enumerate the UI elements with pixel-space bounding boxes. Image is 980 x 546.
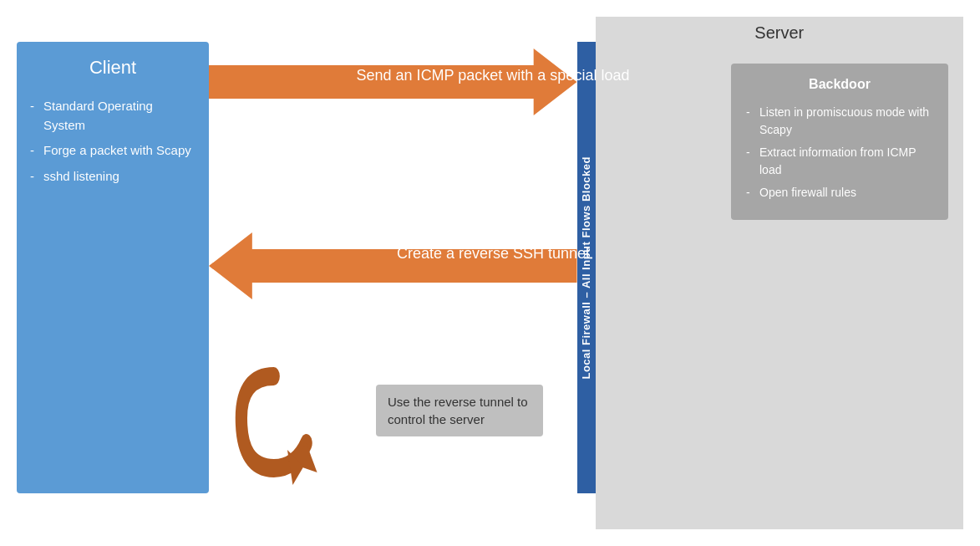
diagram-container: Client Standard Operating System Forge a… (0, 0, 980, 546)
svg-marker-1 (209, 232, 577, 299)
server-area: Server Backdoor Listen in promiscuous mo… (596, 17, 964, 529)
loop-label-line2: control the server (388, 412, 485, 426)
svg-marker-3 (287, 450, 303, 485)
client-list-item-1: Standard Operating System (30, 97, 195, 135)
svg-marker-2 (292, 443, 317, 472)
middle-area: Send an ICMP packet with a special load … (209, 42, 577, 493)
client-box: Client Standard Operating System Forge a… (17, 42, 209, 493)
client-list-item-3: sshd listening (30, 167, 195, 186)
server-title: Server (596, 17, 964, 42)
backdoor-box: Backdoor Listen in promiscuous mode with… (731, 64, 948, 220)
backdoor-title: Backdoor (746, 77, 933, 92)
firewall-label: Local Firewall – All Input Flows Blocked (580, 156, 592, 380)
svg-marker-0 (209, 48, 577, 115)
backdoor-list-item-1: Listen in promiscuous mode with Scapy (746, 104, 933, 139)
loop-label-line1: Use the reverse tunnel to (388, 395, 528, 409)
backdoor-list-item-3: Open firewall rules (746, 184, 933, 202)
client-title: Client (30, 57, 195, 79)
client-list: Standard Operating System Forge a packet… (30, 97, 195, 186)
client-list-item-2: Forge a packet with Scapy (30, 141, 195, 161)
loop-text-box: Use the reverse tunnel to control the se… (376, 385, 543, 436)
backdoor-list-item-2: Extract information from ICMP load (746, 144, 933, 179)
backdoor-list: Listen in promiscuous mode with Scapy Ex… (746, 104, 933, 202)
firewall-bar: Local Firewall – All Input Flows Blocked (577, 42, 596, 493)
main-layout: Client Standard Operating System Forge a… (17, 17, 963, 529)
server-content: Backdoor Listen in promiscuous mode with… (596, 48, 964, 493)
